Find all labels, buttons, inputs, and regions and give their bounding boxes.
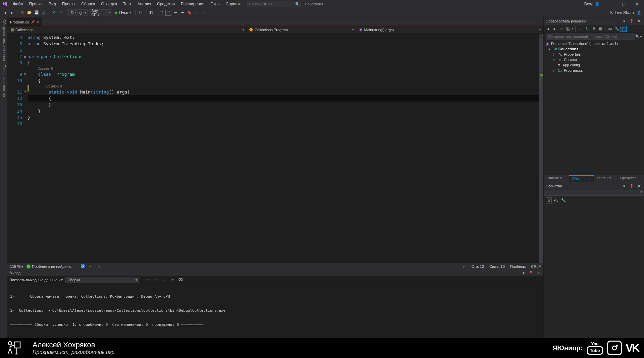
codelens-refs[interactable]: Ссылок: 0 xyxy=(28,66,539,71)
fold-icon[interactable]: ⊟ xyxy=(23,53,27,60)
pin-icon[interactable]: 📌 xyxy=(31,20,35,24)
se-back-icon[interactable]: ◄ xyxy=(545,26,551,32)
output-tb-3[interactable]: ⎓ xyxy=(161,277,167,283)
open-file-button[interactable]: 📂 xyxy=(26,10,33,16)
forward-button[interactable]: ► xyxy=(9,10,15,16)
output-close-icon[interactable]: ✕ xyxy=(535,270,541,276)
indent-less-button[interactable]: ⇤ xyxy=(172,10,178,16)
props-categorized-icon[interactable]: ⊞ xyxy=(546,197,552,203)
fold-icon[interactable]: ⊟ xyxy=(23,71,27,77)
menu-build[interactable]: Сборка xyxy=(78,1,98,7)
props-dropdown-icon[interactable]: ▾ xyxy=(621,183,627,189)
expand-icon[interactable]: ▷ xyxy=(553,69,556,72)
output-pin-icon[interactable]: 📍 xyxy=(528,270,534,276)
bookmark-button[interactable]: 🔖 xyxy=(186,10,193,16)
se-show-all-icon[interactable]: ▦ xyxy=(597,26,603,32)
close-button[interactable]: ✕ xyxy=(632,1,642,7)
menu-window[interactable]: Окно xyxy=(207,1,223,7)
line-ending[interactable]: CRLF xyxy=(531,264,541,268)
run-button[interactable]: ▶ Пуск ▾ xyxy=(113,9,133,16)
tree-solution-node[interactable]: ▣ Решение "Collections" (проекты: 1 из 1… xyxy=(544,41,644,46)
se-code-icon[interactable]: <> xyxy=(607,26,613,32)
tb-icon-3[interactable]: ⬚ xyxy=(158,10,164,16)
solution-search-input[interactable] xyxy=(546,34,635,40)
tree-appconfig-node[interactable]: ⚙ App.config xyxy=(544,62,644,68)
se-save-icon[interactable]: ⿻ xyxy=(565,26,571,32)
props-alpha-icon[interactable]: A↓ xyxy=(553,197,559,203)
tab-class-view[interactable]: Представлени... xyxy=(618,175,644,182)
quick-search[interactable]: 🔍 xyxy=(247,1,301,7)
menu-help[interactable]: Справка xyxy=(223,1,245,7)
se-props-icon[interactable]: 🔧 xyxy=(614,26,620,32)
tb-icon-9[interactable]: ⎓ xyxy=(208,10,214,16)
se-fwd-icon[interactable]: ► xyxy=(552,26,558,32)
expand-icon[interactable]: ◢ xyxy=(548,47,551,51)
se-refresh-icon[interactable]: ↻ xyxy=(584,26,590,32)
menu-edit[interactable]: Правка xyxy=(26,1,46,7)
tab-error-list[interactable]: Список ошибок xyxy=(544,175,569,182)
tree-project-node[interactable]: ◢ C# Collections xyxy=(544,46,644,52)
output-clear-icon[interactable]: ⌧ xyxy=(177,277,183,283)
problems-status[interactable]: ✓ Проблемы не найдены. xyxy=(26,264,72,268)
nav-project-dropdown[interactable]: ▦ Collections xyxy=(7,26,247,33)
menu-project[interactable]: Проект xyxy=(59,1,78,7)
vtab-toolbox[interactable]: Панель элементов xyxy=(0,63,7,99)
menu-test[interactable]: Тест xyxy=(120,1,135,7)
menu-analyze[interactable]: Анализ xyxy=(135,1,154,7)
output-wrap-icon[interactable]: ≡ xyxy=(169,277,175,283)
panel-dropdown-icon[interactable]: ▾ xyxy=(621,18,627,24)
menu-file[interactable]: Файл xyxy=(10,1,26,7)
panel-pin-icon[interactable]: 📍 xyxy=(629,18,635,24)
output-dropdown-icon[interactable]: ▾ xyxy=(521,270,527,276)
tab-close-icon[interactable]: ✕ xyxy=(37,20,40,24)
save-button[interactable]: 💾 xyxy=(34,10,40,16)
codelens-refs[interactable]: Ссылок: 0 xyxy=(28,84,539,89)
tree-references-node[interactable]: ▷ ▪▪ Ссылки xyxy=(544,57,644,62)
tree-programcs-node[interactable]: ▷ C# Program.cs xyxy=(544,68,644,73)
sign-in-button[interactable]: Вход 👤 xyxy=(582,1,602,7)
solution-explorer-search[interactable]: 🔍▾ xyxy=(544,33,644,40)
zoom-level[interactable]: 115 % ▾ xyxy=(10,264,23,268)
output-tb-2[interactable]: ⇥ xyxy=(153,277,159,283)
props-close-icon[interactable]: ✕ xyxy=(636,183,642,189)
tab-solution-explorer[interactable]: Обозревател... xyxy=(569,175,594,182)
se-home-icon[interactable]: ⌂ xyxy=(558,26,565,32)
status-icon-1[interactable]: ♿ xyxy=(80,263,86,270)
tb-icon-4[interactable]: ⬚ xyxy=(165,10,171,16)
save-all-button[interactable]: ⿻ xyxy=(41,10,47,16)
menu-view[interactable]: Вид xyxy=(46,1,59,7)
menu-debug[interactable]: Отладка xyxy=(98,1,120,7)
nav-class-dropdown[interactable]: 🔶 Collections.Program xyxy=(247,26,356,33)
solution-tree[interactable]: ▣ Решение "Collections" (проекты: 1 из 1… xyxy=(544,40,644,175)
tab-team-explorer[interactable]: Team Explorer xyxy=(594,175,618,182)
se-preview-icon[interactable]: ⬚ xyxy=(621,26,627,32)
tree-properties-node[interactable]: ▷ 🔧 Properties xyxy=(544,52,644,57)
back-button[interactable]: ◄ xyxy=(2,10,8,16)
panel-close-icon[interactable]: ✕ xyxy=(636,18,642,24)
output-tb-1[interactable]: ⇤ xyxy=(145,277,151,283)
quick-search-input[interactable] xyxy=(249,2,295,6)
output-text[interactable]: 1>------ Сборка начата: проект: Collecti… xyxy=(7,284,543,338)
expand-icon[interactable]: ▷ xyxy=(553,58,556,61)
vtab-server-explorer[interactable]: Обозреватель серверов xyxy=(0,17,7,63)
se-sync-icon[interactable]: ↔ xyxy=(577,26,583,32)
maximize-button[interactable]: ▢ xyxy=(619,1,629,7)
config-dropdown[interactable]: Debug xyxy=(68,9,88,16)
live-share-button[interactable]: ⇱ Live Share xyxy=(610,10,634,15)
menu-extensions[interactable]: Расширения xyxy=(178,1,207,7)
props-wrench-icon[interactable]: 🔧 xyxy=(560,197,567,203)
platform-dropdown[interactable]: Any CPU xyxy=(89,9,112,16)
new-project-button[interactable]: ⎘ xyxy=(19,10,25,16)
tb-icon-1[interactable]: 🏳 xyxy=(138,10,144,16)
code-content[interactable]: using System.Text; using System.Threadin… xyxy=(28,34,539,263)
menu-tools[interactable]: Средства xyxy=(154,1,178,7)
fold-icon[interactable]: ⊟ xyxy=(23,89,27,95)
code-editor[interactable]: 45678 910 111213141516 using System.Text… xyxy=(7,34,543,263)
tb-icon-10[interactable]: ⎓ xyxy=(215,10,221,16)
scroll-map[interactable]: ▭ xyxy=(539,34,543,263)
file-tab-program[interactable]: Program.cs 📌 ✕ xyxy=(7,18,42,26)
minimize-button[interactable]: ─ xyxy=(605,1,615,7)
uncomment-button[interactable]: ⫽ xyxy=(201,10,207,16)
indent-more-button[interactable]: ⇥ xyxy=(179,10,185,16)
nav-method-dropdown[interactable]: ◉ Main(string[] args) xyxy=(356,26,543,33)
